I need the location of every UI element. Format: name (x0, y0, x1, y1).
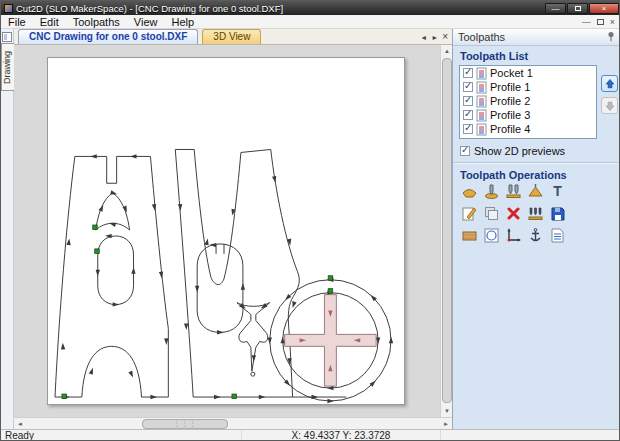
toolpath-checkbox[interactable] (463, 124, 473, 134)
panel-toggle-icon[interactable] (2, 32, 12, 42)
middle-leg-outline (175, 149, 299, 397)
tab-scroll-right-icon[interactable]: ► (431, 34, 438, 41)
show-2d-previews-label: Show 2D previews (474, 145, 565, 157)
cursor-coordinates: X: 49.4337 Y: 23.3728 (241, 430, 441, 441)
menu-file[interactable]: File (1, 15, 33, 29)
mdi-close-icon[interactable]: × (610, 16, 615, 28)
move-toolpath-down-button[interactable] (601, 97, 618, 114)
list-item[interactable]: Profile 1 (460, 80, 596, 94)
toolpath-checkbox[interactable] (463, 82, 473, 92)
toolpath-icon (476, 109, 487, 122)
toolpath-checkbox[interactable] (463, 96, 473, 106)
show-2d-previews-checkbox[interactable] (460, 146, 470, 156)
delete-toolpath-icon[interactable] (504, 204, 523, 223)
toolpaths-panel-title: Toolpaths (458, 31, 505, 43)
toolpath-icon (476, 123, 487, 136)
list-item[interactable]: Pocket 1 (460, 66, 596, 80)
menu-toolpaths[interactable]: Toolpaths (66, 15, 127, 29)
preview-toolpaths-icon[interactable] (482, 226, 501, 245)
up-arrow-icon (604, 78, 616, 90)
toolpath-icon (476, 67, 487, 80)
svg-text:T: T (553, 183, 562, 199)
horizontal-scroll-thumb[interactable]: ⋮⋮⋮ (142, 419, 228, 429)
middle-leg-slot-cutout (197, 244, 243, 332)
panel-divider (453, 162, 620, 164)
pocket-toolpath-icon[interactable] (482, 182, 501, 201)
toolpath-operations-title: Toolpath Operations (453, 165, 574, 183)
toolpath-list[interactable]: Pocket 1 Profile 1 Profile 2 Profile 3 P (459, 65, 597, 139)
toolpath-icon (476, 81, 487, 94)
toolpath-name: Pocket 1 (490, 67, 533, 79)
tab-close-icon[interactable]: × (442, 32, 448, 42)
toolpath-name: Profile 1 (490, 81, 530, 93)
drilling-toolpath-icon[interactable] (504, 182, 523, 201)
app-window: Cut2D (SLO MakerSpace) - [CNC Drawing fo… (0, 0, 620, 441)
mdi-minimize-icon[interactable]: — (582, 16, 591, 28)
list-item[interactable]: Profile 2 (460, 94, 596, 108)
close-button-icon[interactable]: × (589, 3, 619, 14)
toolpath-list-title: Toolpath List (453, 46, 620, 64)
vertical-scroll-thumb[interactable] (442, 58, 452, 403)
toolpath-checkbox[interactable] (463, 110, 473, 120)
minimize-button-icon[interactable]: — (545, 3, 566, 14)
mdi-restore-icon[interactable] (597, 19, 604, 25)
duplicate-toolpath-icon[interactable] (482, 204, 501, 223)
menu-edit[interactable]: Edit (33, 15, 66, 29)
list-item[interactable]: Profile 3 (460, 108, 596, 122)
status-message: Ready (5, 430, 34, 441)
tab-scroll-left-icon[interactable]: ◄ (420, 34, 427, 41)
maximize-button-icon[interactable] (567, 3, 588, 14)
left-leg-slot-cutout (98, 236, 134, 305)
app-icon (4, 4, 13, 13)
toolpath-name: Profile 4 (490, 123, 530, 135)
menu-view[interactable]: View (127, 15, 165, 29)
toolpath-name: Profile 3 (490, 109, 530, 121)
pin-icon[interactable] (606, 31, 616, 44)
title-bar[interactable]: Cut2D (SLO MakerSpace) - [CNC Drawing fo… (1, 1, 620, 15)
drill-holding-icon[interactable] (526, 226, 545, 245)
toolpath-summary-icon[interactable] (548, 226, 567, 245)
toolpath-checkbox[interactable] (463, 68, 473, 78)
save-toolpath-icon[interactable] (548, 204, 567, 223)
quick-engrave-toolpath-icon[interactable] (526, 182, 545, 201)
window-title: Cut2D (SLO MakerSpace) - [CNC Drawing fo… (16, 3, 545, 14)
drawing-page[interactable] (47, 57, 405, 405)
drawing-canvas[interactable] (14, 45, 440, 417)
document-tab-bar: CNC Drawing for one 0 stool.DXF 3D View … (14, 29, 452, 45)
toolpath-name: Profile 2 (490, 95, 530, 107)
toolpaths-panel-header: Toolpaths (453, 29, 620, 46)
left-tool-strip: Drawing (1, 29, 14, 429)
toolpath-arrows (61, 154, 394, 403)
toolpath-operations-grid: T (460, 182, 580, 248)
vertical-scrollbar[interactable]: ▲ ▼ (440, 45, 452, 417)
toolpaths-panel: Toolpaths Toolpath List Pocket 1 Profile… (452, 29, 620, 429)
drawing-side-tab[interactable]: Drawing (1, 43, 14, 91)
pocket-preview-cross (285, 295, 376, 386)
list-item[interactable]: Profile 4 (460, 122, 596, 136)
middle-leg-arrow-cutout (237, 303, 270, 372)
down-arrow-icon (604, 100, 616, 112)
cnc-drawing-svg (48, 58, 404, 404)
tab-3d-view[interactable]: 3D View (202, 29, 261, 44)
tab-cnc-drawing[interactable]: CNC Drawing for one 0 stool.DXF (18, 29, 198, 44)
edit-toolpath-icon[interactable] (460, 204, 479, 223)
toolpath-icon (476, 95, 487, 108)
menu-bar: File Edit Toolpaths View Help — × (1, 15, 620, 29)
profile-toolpath-icon[interactable] (460, 182, 479, 201)
move-toolpath-up-button[interactable] (601, 75, 618, 92)
recalculate-toolpaths-icon[interactable] (526, 204, 545, 223)
menu-help[interactable]: Help (164, 15, 201, 29)
material-setup-icon[interactable] (460, 226, 479, 245)
status-bar: Ready X: 49.4337 Y: 23.3728 (1, 429, 620, 441)
text-toolpath-icon[interactable]: T (548, 182, 567, 201)
horizontal-scrollbar[interactable]: ◄ ⋮⋮⋮ ► (14, 417, 452, 429)
toolpath-axes-icon[interactable] (504, 226, 523, 245)
